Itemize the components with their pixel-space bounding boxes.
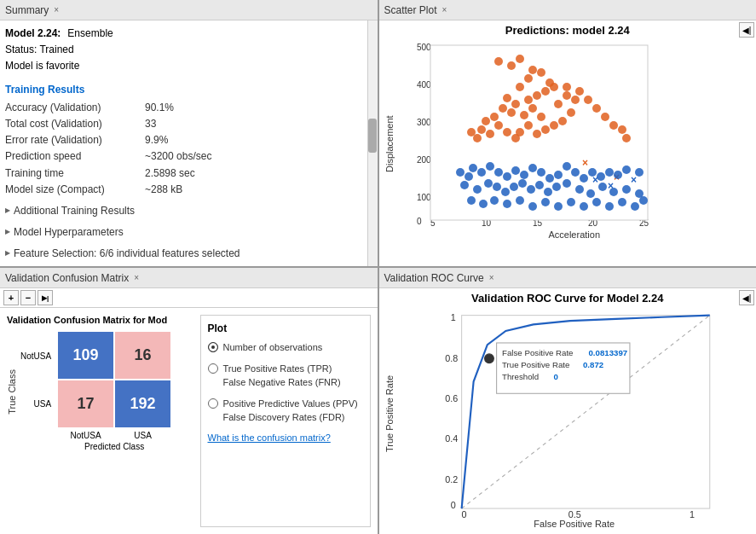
confusion-plot-options: Plot Number of observations True Positiv…: [200, 315, 371, 527]
scatter-x-axis-label: Acceleration: [396, 229, 753, 240]
cm-cell-11: 192: [115, 380, 170, 427]
result-error: Error rate (Validation) 9.9%: [5, 132, 372, 148]
svg-point-16: [524, 74, 533, 83]
svg-point-48: [482, 117, 490, 125]
scatter-reset-btn[interactable]: ◀|: [739, 22, 754, 38]
confusion-close-btn[interactable]: ×: [134, 273, 139, 282]
summary-tab[interactable]: Summary ×: [0, 0, 378, 20]
svg-text:0: 0: [461, 509, 466, 519]
section-features-label: Feature Selection: 6/6 individual featur…: [14, 246, 240, 262]
radio-observations-label: Number of observations: [223, 341, 323, 354]
radio-tpr[interactable]: True Positive Rates (TPR)False Negative …: [208, 363, 363, 389]
roc-content: ◀| Validation ROC Curve for Model 2.24 T…: [379, 288, 757, 534]
svg-point-22: [516, 83, 524, 91]
svg-point-26: [499, 104, 507, 113]
svg-point-39: [524, 121, 533, 130]
svg-point-105: [528, 202, 537, 211]
radio-observations[interactable]: Number of observations: [208, 341, 363, 354]
triangle-icon-2: ▶: [5, 227, 10, 238]
col-label-notusa: NotUSA: [58, 431, 113, 440]
svg-text:0: 0: [450, 500, 455, 510]
section-features[interactable]: ▶ Feature Selection: 6/6 individual feat…: [5, 246, 372, 262]
svg-point-21: [550, 83, 558, 91]
roc-y-axis-label: True Positive Rate: [383, 308, 396, 519]
radio-ppv-btn[interactable]: [208, 398, 218, 409]
col-label-usa: USA: [115, 431, 170, 440]
scatter-y-axis-label: Displacement: [383, 40, 396, 248]
roc-title: Validation ROC Curve for Model 2.24: [383, 292, 753, 305]
roc-svg: 1 0.8 0.6 0.4 0.2 0 0 0.5 1: [396, 308, 753, 519]
scrollbar[interactable]: [367, 20, 378, 266]
svg-point-28: [520, 111, 528, 119]
svg-point-38: [533, 130, 541, 138]
svg-point-20: [533, 91, 541, 100]
confusion-link[interactable]: What is the confusion matrix?: [208, 432, 363, 443]
remove-button[interactable]: −: [20, 290, 36, 305]
main-grid: Summary × Model 2.24: Ensemble Status: T…: [0, 0, 756, 534]
svg-point-66: [503, 172, 511, 181]
summary-close-btn[interactable]: ×: [54, 5, 59, 15]
confusion-toolbar: + − ▶|: [0, 288, 378, 308]
svg-text:0: 0: [553, 372, 557, 381]
svg-point-37: [541, 125, 550, 134]
model-value: Ensemble: [67, 26, 113, 42]
roc-close-btn[interactable]: ×: [489, 273, 494, 282]
svg-text:200: 200: [417, 155, 431, 165]
radio-ppv[interactable]: Positive Predictive Values (PPV)False Di…: [208, 398, 363, 424]
summary-panel: Summary × Model 2.24: Ensemble Status: T…: [0, 0, 378, 266]
svg-point-31: [554, 100, 563, 108]
cm-col-labels: NotUSA USA: [58, 431, 170, 440]
roc-tab[interactable]: Validation ROC Curve ×: [379, 268, 757, 288]
scatter-tab[interactable]: Scatter Plot ×: [379, 0, 757, 20]
svg-text:1: 1: [690, 509, 695, 519]
svg-point-27: [507, 108, 516, 117]
svg-point-23: [524, 96, 533, 104]
scatter-close-btn[interactable]: ×: [442, 5, 447, 15]
roc-reset-btn[interactable]: ◀|: [739, 290, 754, 305]
model-status: Status: Trained: [5, 42, 372, 58]
svg-text:400: 400: [417, 80, 431, 90]
svg-point-17: [537, 68, 545, 77]
svg-point-29: [528, 104, 537, 113]
svg-point-112: [618, 198, 626, 206]
svg-point-110: [592, 198, 601, 206]
svg-point-15: [528, 66, 537, 74]
add-button[interactable]: +: [3, 290, 19, 305]
svg-text:False Positive Rate: False Positive Rate: [502, 348, 573, 357]
cm-rows-and-cells: NotUSA USA 109 16 17 192: [20, 332, 170, 451]
svg-point-106: [541, 198, 550, 206]
svg-point-114: [639, 196, 648, 205]
svg-point-87: [510, 183, 518, 191]
svg-point-43: [494, 121, 503, 130]
svg-point-104: [516, 196, 524, 205]
svg-point-108: [567, 198, 575, 206]
confusion-tab[interactable]: Validation Confusion Matrix ×: [0, 268, 378, 288]
svg-point-129: [484, 354, 493, 363]
scrollbar-thumb: [368, 119, 377, 153]
svg-point-78: [605, 168, 614, 177]
triangle-icon-3: ▶: [5, 248, 10, 259]
svg-text:True Positive Rate: True Positive Rate: [502, 360, 569, 369]
svg-text:0.872: 0.872: [582, 360, 603, 369]
confusion-title: Validation Confusion Matrix for Mod: [7, 315, 192, 325]
svg-point-51: [575, 87, 584, 96]
nav-button[interactable]: ▶|: [38, 290, 53, 305]
row-label-usa: USA: [20, 399, 51, 409]
result-time: Training time 2.5898 sec: [5, 165, 372, 182]
model-label: Model 2.24:: [5, 26, 61, 42]
section-additional[interactable]: ▶ Additional Training Results: [5, 203, 372, 219]
svg-point-96: [598, 183, 607, 191]
svg-point-103: [503, 200, 511, 208]
scatter-plot-area: Displacement 500 400 300 200 100 0 5 10: [383, 40, 753, 248]
svg-point-82: [460, 181, 469, 189]
svg-point-113: [631, 202, 639, 211]
radio-tpr-btn[interactable]: [208, 363, 218, 374]
svg-point-50: [563, 83, 571, 91]
radio-observations-btn[interactable]: [208, 342, 218, 352]
svg-point-72: [554, 171, 563, 179]
cm-row-labels: NotUSA USA: [20, 332, 55, 427]
section-hyperparams[interactable]: ▶ Model Hyperparameters: [5, 224, 372, 241]
svg-point-34: [567, 108, 575, 117]
svg-point-49: [490, 113, 499, 121]
scatter-panel: Scatter Plot × ◀| Predictions: model 2.2…: [379, 0, 757, 266]
